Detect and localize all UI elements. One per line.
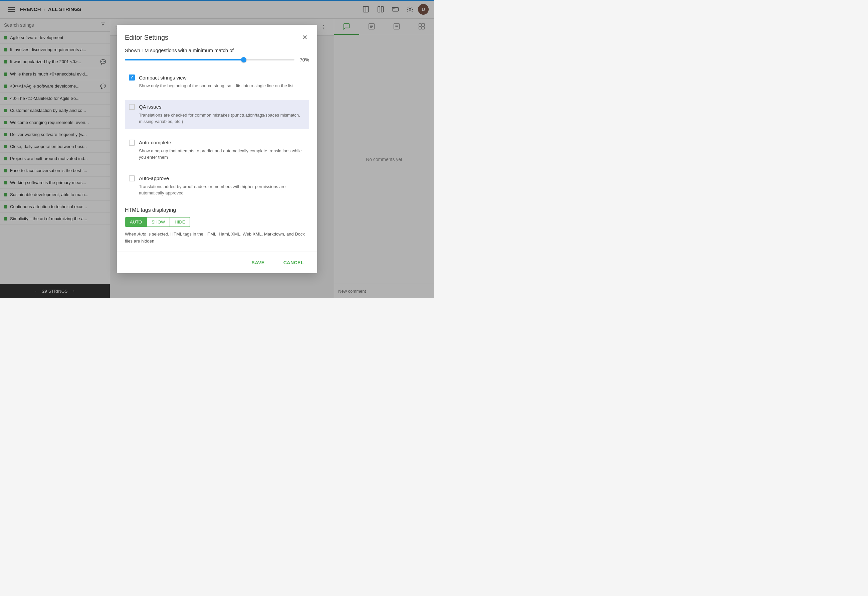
tm-slider-track[interactable] (125, 59, 294, 61)
auto-complete-label: Auto-complete (139, 140, 171, 145)
auto-approve-label: Auto-approve (139, 175, 169, 181)
slider-thumb[interactable] (241, 57, 247, 62)
tm-slider-label: Shown TM suggestions with a minimum matc… (125, 47, 309, 53)
slider-value: 70% (300, 57, 309, 62)
html-hide-btn[interactable]: HIDE (170, 217, 190, 227)
cancel-button[interactable]: CANCEL (278, 257, 309, 268)
auto-italic: Auto (137, 232, 146, 237)
compact-strings-desc: Show only the beginning of the source st… (129, 83, 305, 89)
qa-issues-checkbox[interactable] (129, 104, 135, 110)
tm-shown-text: Shown (125, 47, 142, 53)
compact-strings-section: Compact strings view Show only the begin… (125, 71, 309, 93)
compact-strings-label: Compact strings view (139, 75, 187, 80)
auto-complete-checkbox[interactable] (129, 140, 135, 146)
slider-fill (125, 59, 244, 61)
qa-issues-desc: Translations are checked for common mist… (129, 112, 305, 125)
modal-overlay: Editor Settings ✕ Shown TM suggestions w… (0, 0, 434, 298)
dialog-footer: SAVE CANCEL (117, 251, 317, 273)
qa-issues-section: QA issues Translations are checked for c… (125, 100, 309, 129)
qa-issues-label: QA issues (139, 104, 162, 109)
editor-settings-dialog: Editor Settings ✕ Shown TM suggestions w… (117, 25, 317, 273)
dialog-title: Editor Settings (125, 34, 168, 41)
html-auto-btn[interactable]: AUTO (125, 217, 147, 227)
compact-strings-checkbox[interactable] (129, 74, 135, 80)
save-button[interactable]: SAVE (247, 257, 270, 268)
dialog-header: Editor Settings ✕ (117, 25, 317, 47)
auto-complete-section: Auto-complete Show a pop-up that attempt… (125, 136, 309, 165)
auto-approve-desc: Translations added by proofreaders or me… (129, 183, 305, 197)
auto-approve-section: Auto-approve Translations added by proof… (125, 172, 309, 200)
compact-checkbox-row: Compact strings view (129, 74, 305, 80)
tm-abbr: TM (142, 47, 149, 53)
auto-approve-checkbox[interactable] (129, 175, 135, 181)
auto-complete-desc: Show a pop-up that attempts to predict a… (129, 148, 305, 161)
tm-label-rest: suggestions with a minimum match of (149, 47, 233, 53)
autoapprove-checkbox-row: Auto-approve (129, 175, 305, 181)
close-button[interactable]: ✕ (301, 33, 309, 42)
tm-slider-section: Shown TM suggestions with a minimum matc… (125, 47, 309, 62)
html-tags-title: HTML tags displaying (125, 207, 309, 213)
html-tags-desc: When Auto is selected, HTML tags in the … (125, 231, 309, 245)
html-show-btn[interactable]: SHOW (147, 217, 170, 227)
autocomplete-checkbox-row: Auto-complete (129, 140, 305, 146)
slider-row: 70% (125, 57, 309, 62)
qa-checkbox-row: QA issues (129, 104, 305, 110)
html-tags-section: HTML tags displaying AUTO SHOW HIDE When… (125, 207, 309, 245)
dialog-body: Shown TM suggestions with a minimum matc… (117, 47, 317, 251)
html-tags-btn-group: AUTO SHOW HIDE (125, 217, 309, 227)
